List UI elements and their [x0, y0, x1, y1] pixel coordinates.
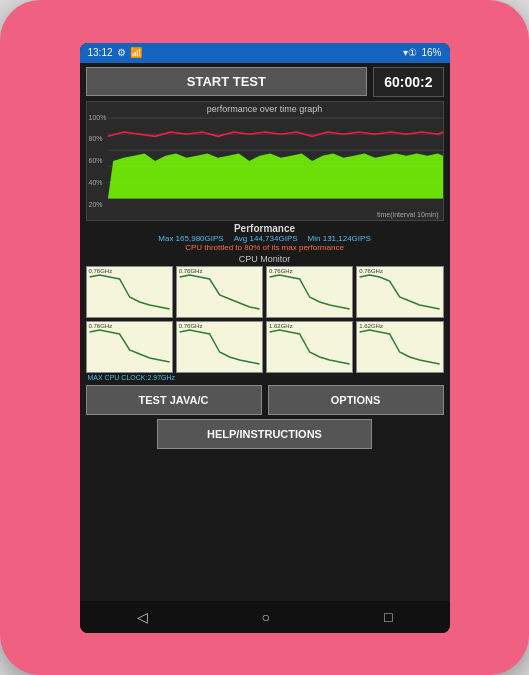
- back-button[interactable]: ◁: [137, 609, 148, 625]
- cpu-cell-1: 0.76GHz: [176, 266, 263, 318]
- cpu-cell-5-svg: [177, 322, 262, 372]
- cpu-cell-3-label: 0.76GHz: [359, 268, 383, 274]
- perf-max: Max 165,980GIPS: [158, 234, 223, 243]
- perf-title: Performance: [86, 223, 444, 234]
- wifi-icon: ▾①: [403, 47, 417, 58]
- battery-level: 16%: [421, 47, 441, 58]
- y-label-100: 100%: [89, 114, 107, 121]
- graph-y-labels: 100% 80% 60% 40% 20%: [89, 114, 107, 208]
- cpu-cell-3: 0.76GHz: [356, 266, 443, 318]
- svg-rect-9: [270, 267, 350, 317]
- cpu-cell-2: 0.76GHz: [266, 266, 353, 318]
- cpu-cell-2-svg: [267, 267, 352, 317]
- help-instructions-button[interactable]: HELP/INSTRUCTIONS: [157, 419, 372, 449]
- options-button[interactable]: OPTIONS: [268, 385, 444, 415]
- cpu-cell-3-svg: [357, 267, 442, 317]
- cpu-cell-0: 0.76GHz: [86, 266, 173, 318]
- phone-screen: 13:12 ⚙ 📶 ▾① 16% START TEST 60:00:2 perf…: [80, 43, 450, 633]
- svg-marker-6: [107, 153, 442, 198]
- svg-rect-7: [89, 267, 169, 317]
- signal-icon: 📶: [130, 47, 142, 58]
- cpu-cell-7-svg: [357, 322, 442, 372]
- cpu-cell-1-svg: [177, 267, 262, 317]
- cpu-cell-2-label: 0.76GHz: [269, 268, 293, 274]
- cpu-cell-7: 1.62GHz: [356, 321, 443, 373]
- start-test-button[interactable]: START TEST: [86, 67, 368, 96]
- y-label-80: 80%: [89, 135, 107, 142]
- main-content: START TEST 60:00:2 performance over time…: [80, 63, 450, 601]
- cpu-monitor-title: CPU Monitor: [86, 254, 444, 264]
- phone-frame: 13:12 ⚙ 📶 ▾① 16% START TEST 60:00:2 perf…: [0, 0, 529, 675]
- cpu-max-clock: MAX CPU CLOCK:2.97GHz: [86, 374, 444, 381]
- test-java-c-button[interactable]: TEST JAVA/C: [86, 385, 262, 415]
- cpu-cell-6-label: 1.62GHz: [269, 323, 293, 329]
- svg-rect-11: [89, 322, 169, 372]
- cpu-cell-4: 0.76GHz: [86, 321, 173, 373]
- y-label-20: 20%: [89, 201, 107, 208]
- cpu-cell-6: 1.62GHz: [266, 321, 353, 373]
- perf-values: Max 165,980GIPS Avg 144,734GIPS Min 131,…: [86, 234, 444, 243]
- cpu-monitor-section: CPU Monitor 0.76GHz 0.76GHz: [86, 254, 444, 381]
- home-button[interactable]: ○: [262, 609, 270, 625]
- svg-rect-8: [179, 267, 259, 317]
- cpu-grid: 0.76GHz 0.76GHz 0.76: [86, 266, 444, 373]
- status-right: ▾① 16%: [403, 47, 441, 58]
- time-display: 13:12: [88, 47, 113, 58]
- cpu-cell-0-svg: [87, 267, 172, 317]
- y-label-60: 60%: [89, 157, 107, 164]
- svg-rect-10: [360, 267, 440, 317]
- help-btn-row: HELP/INSTRUCTIONS: [86, 419, 444, 449]
- cpu-cell-6-svg: [267, 322, 352, 372]
- svg-rect-14: [360, 322, 440, 372]
- status-left: 13:12 ⚙ 📶: [88, 47, 142, 58]
- action-buttons-row: TEST JAVA/C OPTIONS: [86, 385, 444, 415]
- perf-throttle: CPU throttled to 80% of its max performa…: [86, 243, 444, 252]
- cpu-cell-4-svg: [87, 322, 172, 372]
- cpu-cell-1-label: 0.76GHz: [179, 268, 203, 274]
- cpu-cell-0-label: 0.76GHz: [89, 268, 113, 274]
- performance-stats: Performance Max 165,980GIPS Avg 144,734G…: [86, 223, 444, 252]
- cpu-cell-5: 0.76GHz: [176, 321, 263, 373]
- perf-avg: Avg 144,734GIPS: [234, 234, 298, 243]
- cpu-cell-4-label: 0.76GHz: [89, 323, 113, 329]
- y-label-40: 40%: [89, 179, 107, 186]
- status-bar: 13:12 ⚙ 📶 ▾① 16%: [80, 43, 450, 63]
- timer-display: 60:00:2: [373, 67, 443, 97]
- settings-icon: ⚙: [117, 47, 126, 58]
- top-row: START TEST 60:00:2: [86, 67, 444, 97]
- perf-min: Min 131,124GIPS: [308, 234, 371, 243]
- graph-svg: [87, 102, 443, 220]
- svg-rect-12: [179, 322, 259, 372]
- cpu-cell-7-label: 1.62GHz: [359, 323, 383, 329]
- nav-bar: ◁ ○ □: [80, 601, 450, 633]
- svg-rect-13: [270, 322, 350, 372]
- recent-button[interactable]: □: [384, 609, 392, 625]
- graph-time-label: time(interval 10min): [377, 211, 438, 218]
- cpu-cell-5-label: 0.76GHz: [179, 323, 203, 329]
- performance-graph: performance over time graph 100% 80% 60%…: [86, 101, 444, 221]
- graph-title: performance over time graph: [87, 102, 443, 116]
